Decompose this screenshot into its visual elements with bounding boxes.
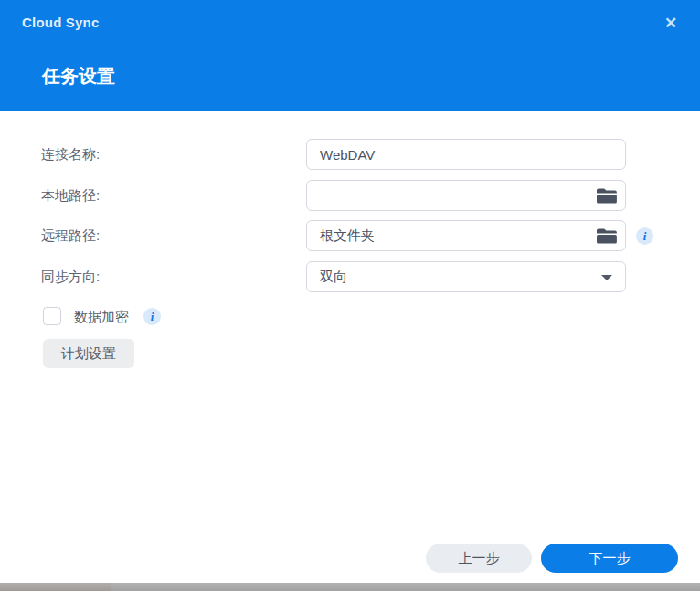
local-path-row: 本地路径: <box>0 180 700 211</box>
app-title: Cloud Sync <box>22 15 100 30</box>
sync-direction-row: 同步方向: 双向 <box>0 261 700 292</box>
remote-path-row: 远程路径: i <box>0 220 700 251</box>
connection-name-field <box>306 139 626 170</box>
encryption-checkbox[interactable] <box>43 307 61 325</box>
schedule-settings-button[interactable]: 计划设置 <box>43 339 134 368</box>
sync-direction-label: 同步方向: <box>41 261 100 292</box>
sync-direction-select[interactable]: 双向 <box>306 261 626 292</box>
folder-browse-icon[interactable] <box>597 188 617 204</box>
connection-name-row: 连接名称: <box>0 139 700 170</box>
local-path-input[interactable] <box>307 181 625 210</box>
close-icon[interactable]: ✕ <box>660 13 682 35</box>
sync-direction-value: 双向 <box>320 262 347 291</box>
remote-path-input[interactable] <box>307 221 625 250</box>
encryption-row: 数据加密 i <box>0 307 700 326</box>
page-title: 任务设置 <box>42 64 115 89</box>
back-button[interactable]: 上一步 <box>426 544 532 573</box>
remote-path-label: 远程路径: <box>41 220 100 251</box>
remote-path-field <box>306 220 626 251</box>
chevron-down-icon <box>601 275 612 280</box>
encryption-label: 数据加密 <box>74 307 129 326</box>
background-window-edge <box>0 583 700 591</box>
folder-browse-icon[interactable] <box>597 228 617 244</box>
dialog-header: Cloud Sync ✕ 任务设置 <box>0 0 700 111</box>
next-button[interactable]: 下一步 <box>541 544 678 573</box>
local-path-field <box>306 180 626 211</box>
local-path-label: 本地路径: <box>41 180 100 211</box>
remote-path-info-icon[interactable]: i <box>636 227 653 245</box>
encryption-info-icon[interactable]: i <box>143 308 161 325</box>
cloud-sync-dialog: Cloud Sync ✕ 任务设置 连接名称: 本地路径: 远程路径: <box>0 0 700 591</box>
connection-name-label: 连接名称: <box>41 139 100 170</box>
connection-name-input[interactable] <box>307 140 625 169</box>
background-window-edge-left <box>0 583 111 591</box>
